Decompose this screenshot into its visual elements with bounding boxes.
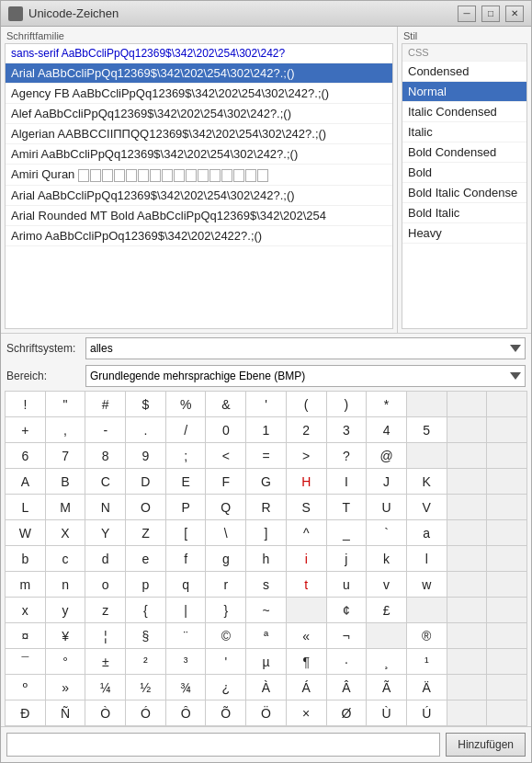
font-list[interactable]: sans-serif AaBbCcliPpQq12369$\342\202\25… [5, 43, 393, 329]
char-cell[interactable]: £ [367, 598, 407, 623]
style-item-condensed[interactable]: Condensed [402, 62, 526, 82]
char-cell[interactable]: 8 [85, 443, 126, 469]
char-cell[interactable]: À [246, 675, 287, 700]
char-cell[interactable] [487, 623, 527, 649]
char-cell[interactable]: . [126, 417, 166, 443]
char-cell[interactable]: O [126, 495, 166, 520]
char-cell[interactable] [447, 598, 488, 623]
char-cell[interactable]: ª [246, 623, 287, 649]
char-cell[interactable]: 4 [367, 417, 407, 443]
char-cell[interactable]: Á [287, 675, 327, 700]
char-cell[interactable]: R [246, 495, 287, 520]
script-select[interactable]: alles [85, 337, 526, 359]
char-cell[interactable]: § [126, 623, 166, 649]
char-cell[interactable]: ? [327, 443, 368, 469]
char-cell[interactable]: v [367, 572, 407, 598]
char-cell[interactable]: G [246, 469, 287, 495]
char-cell[interactable]: ) [327, 392, 368, 417]
char-cell[interactable]: ¬ [327, 623, 368, 649]
restore-button[interactable]: □ [481, 6, 500, 22]
char-cell[interactable]: ¾ [166, 675, 207, 700]
char-cell[interactable]: t [287, 572, 327, 598]
char-cell[interactable]: b [6, 546, 46, 572]
char-cell[interactable]: ® [407, 623, 447, 649]
char-cell[interactable]: Ã [367, 675, 407, 700]
char-cell[interactable]: , [46, 417, 86, 443]
char-cell[interactable] [487, 495, 527, 520]
char-cell[interactable]: Ù [367, 700, 407, 726]
font-item-arial2[interactable]: Arial AaBbCcliPpQq12369$\342\202\254\302… [6, 186, 392, 206]
char-cell[interactable]: o [85, 572, 126, 598]
char-cell[interactable] [487, 700, 527, 726]
char-cell[interactable]: ~ [246, 598, 287, 623]
char-cell[interactable]: J [367, 469, 407, 495]
char-cell[interactable]: M [46, 495, 86, 520]
char-cell[interactable]: ° [46, 649, 86, 675]
char-cell[interactable] [447, 572, 488, 598]
char-cell[interactable]: u [327, 572, 368, 598]
char-cell[interactable]: = [246, 443, 287, 469]
char-cell[interactable]: f [166, 546, 207, 572]
char-cell[interactable]: º [6, 675, 46, 700]
char-cell[interactable]: ¦ [85, 623, 126, 649]
char-cell[interactable]: X [46, 520, 86, 546]
char-cell[interactable] [447, 392, 488, 417]
font-item-algerian[interactable]: Algerian AABBCCIIППQQ12369$\342\202\254\… [6, 124, 392, 144]
char-cell[interactable]: 6 [6, 443, 46, 469]
char-cell[interactable] [487, 443, 527, 469]
char-cell[interactable]: k [367, 546, 407, 572]
char-cell[interactable]: a [407, 520, 447, 546]
char-cell[interactable]: j [327, 546, 368, 572]
char-cell[interactable]: I [327, 469, 368, 495]
char-cell[interactable]: ¢ [327, 598, 368, 623]
char-cell[interactable]: W [6, 520, 46, 546]
char-cell[interactable] [407, 443, 447, 469]
char-cell[interactable]: / [166, 417, 207, 443]
char-cell[interactable]: 7 [46, 443, 86, 469]
char-cell[interactable] [407, 598, 447, 623]
char-cell[interactable]: Ø [327, 700, 368, 726]
char-cell[interactable]: e [126, 546, 166, 572]
char-cell[interactable] [447, 443, 488, 469]
char-cell[interactable]: l [407, 546, 447, 572]
char-cell[interactable]: » [46, 675, 86, 700]
char-cell[interactable]: K [407, 469, 447, 495]
char-cell[interactable] [447, 700, 488, 726]
char-cell[interactable]: \ [206, 520, 246, 546]
char-cell[interactable]: + [6, 417, 46, 443]
char-cell[interactable]: h [246, 546, 287, 572]
char-cell[interactable]: m [6, 572, 46, 598]
char-cell[interactable]: Ò [85, 700, 126, 726]
char-cell[interactable]: B [46, 469, 86, 495]
char-cell[interactable]: Õ [206, 700, 246, 726]
char-cell[interactable]: x [6, 598, 46, 623]
char-cell[interactable]: ; [166, 443, 207, 469]
char-cell[interactable]: ¿ [206, 675, 246, 700]
char-cell[interactable]: · [327, 649, 368, 675]
char-cell[interactable]: A [6, 469, 46, 495]
char-cell[interactable] [487, 392, 527, 417]
char-cell[interactable] [487, 598, 527, 623]
char-cell[interactable]: i [287, 546, 327, 572]
char-cell[interactable]: Ä [407, 675, 447, 700]
style-list[interactable]: CSSCondensedNormalItalic CondensedItalic… [402, 43, 527, 329]
char-cell[interactable] [447, 546, 488, 572]
char-cell[interactable]: N [85, 495, 126, 520]
char-cell[interactable] [407, 392, 447, 417]
char-cell[interactable]: ¹ [407, 649, 447, 675]
char-cell[interactable]: z [85, 598, 126, 623]
char-cell[interactable]: U [367, 495, 407, 520]
char-cell[interactable]: d [85, 546, 126, 572]
char-cell[interactable]: ! [6, 392, 46, 417]
char-cell[interactable]: 3 [327, 417, 368, 443]
char-cell[interactable]: ¨ [166, 623, 207, 649]
char-cell[interactable]: s [246, 572, 287, 598]
char-cell[interactable]: ± [85, 649, 126, 675]
char-cell[interactable]: « [287, 623, 327, 649]
font-item-arimo[interactable]: Arimo AaBbCcliPpOq12369$\342\202\2422?.;… [6, 226, 392, 246]
char-cell[interactable] [287, 598, 327, 623]
char-cell[interactable]: © [206, 623, 246, 649]
char-cell[interactable]: L [6, 495, 46, 520]
char-cell[interactable]: _ [327, 520, 368, 546]
style-item-italic-condensed[interactable]: Italic Condensed [402, 102, 526, 122]
